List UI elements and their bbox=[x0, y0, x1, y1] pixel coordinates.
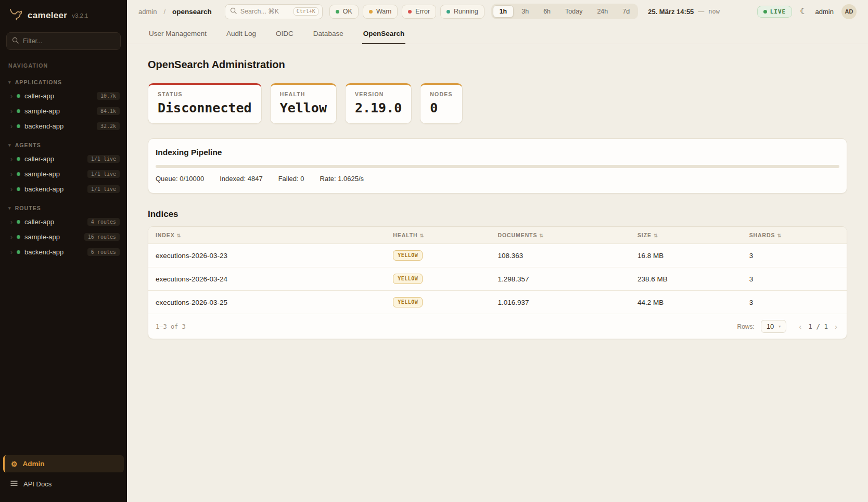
datetime-range[interactable]: 25. März 14:55 — now bbox=[648, 8, 720, 16]
sidebar-item-routes-backend-app[interactable]: › backend-app 6 routes bbox=[0, 244, 127, 260]
item-badge: 1/1 live bbox=[87, 155, 120, 163]
cell-size: 238.6 MB bbox=[630, 267, 742, 291]
item-label: caller-app bbox=[24, 92, 93, 100]
range-end: now bbox=[708, 8, 720, 15]
stat-label: HEALTH bbox=[280, 91, 327, 97]
breadcrumb-parent[interactable]: admin bbox=[138, 8, 157, 16]
time-range-6h[interactable]: 6h bbox=[537, 5, 557, 18]
item-label: sample-app bbox=[24, 233, 80, 241]
rows-per-page-select[interactable]: 10 ▾ bbox=[761, 320, 786, 333]
sidebar-item-agents-sample-app[interactable]: › sample-app 1/1 live bbox=[0, 166, 127, 182]
table-row[interactable]: executions-2026-03-25 YELLOW 1.016.937 4… bbox=[148, 291, 847, 314]
cell-documents: 108.363 bbox=[491, 244, 630, 267]
filter-chip-warn[interactable]: Warn bbox=[363, 5, 398, 19]
sidebar-item-routes-sample-app[interactable]: › sample-app 16 routes bbox=[0, 229, 127, 244]
list-icon bbox=[10, 480, 18, 488]
sidebar-item-applications-sample-app[interactable]: › sample-app 84.1k bbox=[0, 104, 127, 119]
section-header-agents[interactable]: ▾ AGENTS bbox=[0, 139, 127, 151]
pipeline-stats: Queue: 0/10000 Indexed: 4847 Failed: 0 R… bbox=[156, 175, 839, 183]
column-header-health[interactable]: HEALTH⇅ bbox=[386, 227, 490, 244]
chip-label: Warn bbox=[376, 8, 391, 15]
chip-label: Running bbox=[454, 8, 478, 15]
item-badge: 10.7k bbox=[97, 92, 120, 100]
search-input[interactable] bbox=[240, 8, 290, 15]
tab-opensearch[interactable]: OpenSearch bbox=[362, 23, 406, 44]
main-area: admin / opensearch Ctrl+K OK Warn bbox=[127, 0, 868, 502]
sidebar-item-agents-caller-app[interactable]: › caller-app 1/1 live bbox=[0, 151, 127, 166]
health-badge: YELLOW bbox=[393, 250, 423, 261]
stat-cards: STATUS Disconnected HEALTH Yellow VERSIO… bbox=[148, 83, 847, 124]
section-header-applications[interactable]: ▾ APPLICATIONS bbox=[0, 76, 127, 88]
chevron-right-icon: › bbox=[10, 186, 12, 192]
tab-database[interactable]: Database bbox=[312, 23, 344, 44]
filter-chip-error[interactable]: Error bbox=[402, 5, 436, 19]
cell-size: 16.8 MB bbox=[630, 244, 742, 267]
next-page-button[interactable]: › bbox=[833, 323, 839, 330]
time-range-1h[interactable]: 1h bbox=[493, 5, 514, 18]
sidebar-filter bbox=[6, 32, 121, 50]
time-range-7d[interactable]: 7d bbox=[616, 5, 636, 18]
stat-value: 2.19.0 bbox=[355, 100, 402, 115]
sidebar-item-admin[interactable]: ⚙ Admin bbox=[3, 455, 124, 472]
pipeline-title: Indexing Pipeline bbox=[156, 148, 839, 157]
table-row[interactable]: executions-2026-03-24 YELLOW 1.298.357 2… bbox=[148, 267, 847, 291]
indices-table-card: INDEX⇅ HEALTH⇅ DOCUMENTS⇅ SIZE⇅ SHARDS⇅ … bbox=[148, 226, 847, 339]
tab-user-management[interactable]: User Management bbox=[148, 23, 208, 44]
filter-chip-running[interactable]: Running bbox=[440, 5, 484, 19]
dark-mode-toggle-moon-icon[interactable]: ☾ bbox=[800, 7, 807, 16]
sidebar-item-agents-backend-app[interactable]: › backend-app 1/1 live bbox=[0, 182, 127, 197]
sidebar-item-applications-backend-app[interactable]: › backend-app 32.2k bbox=[0, 119, 127, 134]
logo: cameleer v3.2.1 bbox=[0, 0, 127, 30]
time-range-3h[interactable]: 3h bbox=[515, 5, 535, 18]
time-range-control: 1h 3h 6h Today 24h 7d bbox=[491, 4, 639, 19]
cell-documents: 1.016.937 bbox=[491, 291, 630, 314]
cell-index: executions-2026-03-23 bbox=[148, 244, 386, 267]
rows-per-page-label: Rows: bbox=[737, 323, 755, 330]
item-label: backend-app bbox=[24, 185, 83, 193]
column-header-size[interactable]: SIZE⇅ bbox=[630, 227, 742, 244]
section-label: ROUTES bbox=[15, 205, 41, 211]
status-dot bbox=[17, 235, 20, 239]
cell-documents: 1.298.357 bbox=[491, 267, 630, 291]
table-row[interactable]: executions-2026-03-23 YELLOW 108.363 16.… bbox=[148, 244, 847, 267]
tab-oidc[interactable]: OIDC bbox=[275, 23, 295, 44]
filter-chip-ok[interactable]: OK bbox=[329, 5, 359, 19]
column-header-shards[interactable]: SHARDS⇅ bbox=[742, 227, 847, 244]
shortcut-badge: Ctrl+K bbox=[293, 7, 318, 16]
chevron-right-icon: › bbox=[10, 123, 12, 130]
chevron-right-icon: › bbox=[10, 93, 12, 99]
sidebar-footer: ⚙ Admin API Docs bbox=[0, 451, 127, 502]
column-header-index[interactable]: INDEX⇅ bbox=[148, 227, 386, 244]
sort-icon: ⇅ bbox=[419, 233, 424, 238]
sidebar-item-applications-caller-app[interactable]: › caller-app 10.7k bbox=[0, 88, 127, 104]
running-dot-icon bbox=[446, 10, 450, 14]
sidebar-item-api-docs[interactable]: API Docs bbox=[0, 475, 127, 493]
rows-per-page-value: 10 bbox=[767, 323, 774, 330]
sort-icon: ⇅ bbox=[654, 233, 658, 238]
stat-label: VERSION bbox=[355, 91, 402, 97]
item-label: backend-app bbox=[24, 122, 93, 130]
status-filter-chips: OK Warn Error Running bbox=[329, 5, 484, 19]
table-footer: 1–3 of 3 Rows: 10 ▾ ‹ 1 / 1 › bbox=[148, 314, 847, 339]
item-badge: 32.2k bbox=[97, 122, 120, 130]
cell-health: YELLOW bbox=[386, 267, 490, 291]
cell-index: executions-2026-03-24 bbox=[148, 267, 386, 291]
cell-index: executions-2026-03-25 bbox=[148, 291, 386, 314]
previous-page-button[interactable]: ‹ bbox=[797, 323, 803, 330]
section-agents: ▾ AGENTS › caller-app 1/1 live › sample-… bbox=[0, 139, 127, 197]
avatar[interactable]: AD bbox=[841, 4, 857, 19]
section-applications: ▾ APPLICATIONS › caller-app 10.7k › samp… bbox=[0, 76, 127, 134]
chip-label: OK bbox=[343, 8, 352, 15]
cell-shards: 3 bbox=[742, 291, 847, 314]
filter-input[interactable] bbox=[23, 37, 115, 45]
tab-audit-log[interactable]: Audit Log bbox=[225, 23, 257, 44]
sidebar-item-routes-caller-app[interactable]: › caller-app 4 routes bbox=[0, 214, 127, 229]
section-header-routes[interactable]: ▾ ROUTES bbox=[0, 202, 127, 214]
item-badge: 16 routes bbox=[84, 233, 120, 241]
status-dot bbox=[17, 172, 20, 176]
column-header-documents[interactable]: DOCUMENTS⇅ bbox=[491, 227, 630, 244]
live-toggle[interactable]: LIVE bbox=[757, 6, 793, 18]
stat-value: Yellow bbox=[280, 100, 327, 115]
time-range-24h[interactable]: 24h bbox=[590, 5, 615, 18]
time-range-today[interactable]: Today bbox=[558, 5, 589, 18]
